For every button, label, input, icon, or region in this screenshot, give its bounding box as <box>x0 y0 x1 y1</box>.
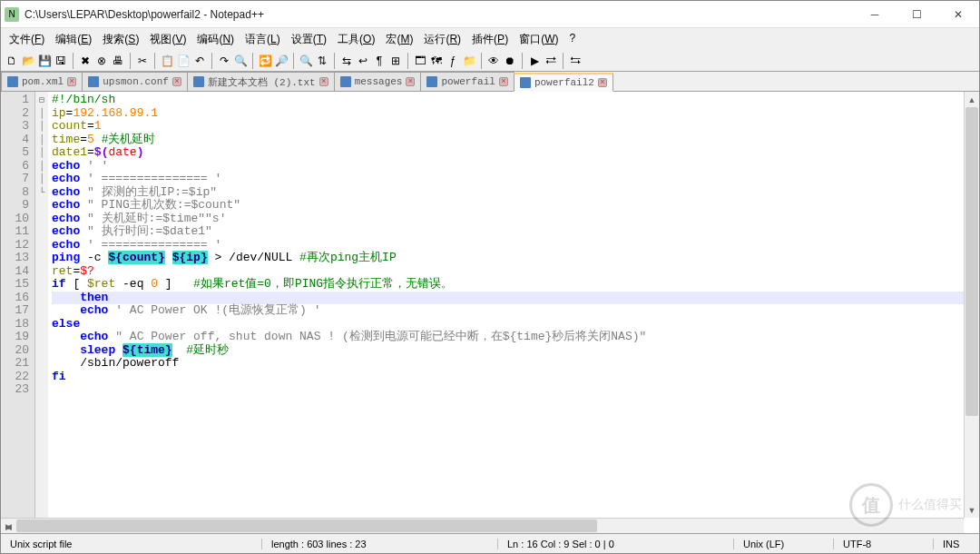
close-button[interactable]: ✕ <box>937 1 979 28</box>
undo-button[interactable]: ↶ <box>192 54 207 68</box>
menu-item[interactable]: 视图(V) <box>145 30 191 49</box>
folder-button[interactable]: 📁 <box>462 54 476 68</box>
scroll-thumb-vertical[interactable] <box>965 107 978 416</box>
tab-label: powerfail2 <box>534 77 594 88</box>
menu-item[interactable]: 工具(O) <box>333 30 379 49</box>
menu-item[interactable]: 插件(P) <box>467 30 513 49</box>
tab[interactable]: powerfail× <box>420 72 514 91</box>
zoom-in-button[interactable]: 🔎 <box>274 54 289 68</box>
save-button[interactable]: 💾 <box>37 54 52 68</box>
doc-map-button[interactable]: 🗺 <box>429 54 444 68</box>
tab-close-icon[interactable]: × <box>598 78 607 87</box>
scroll-down-icon[interactable]: ▼ <box>965 502 979 518</box>
tab[interactable]: upsmon.conf× <box>82 72 188 91</box>
menu-item[interactable]: 运行(R) <box>419 30 466 49</box>
menu-item[interactable]: 编辑(E) <box>51 30 96 49</box>
file-icon <box>520 77 531 88</box>
tab-close-icon[interactable]: × <box>67 77 76 86</box>
file-icon <box>7 76 18 87</box>
file-icon <box>426 76 437 87</box>
menu-item[interactable]: 文件(F) <box>5 30 49 49</box>
menu-bar: 文件(F)编辑(E)搜索(S)视图(V)编码(N)语言(L)设置(T)工具(O)… <box>1 28 979 51</box>
lang-button[interactable]: 🗔 <box>413 54 427 68</box>
title-bar: N C:\Users\LEPAR\Desktop\powerfail2 - No… <box>1 1 979 28</box>
record-button[interactable]: ⏺ <box>503 54 517 68</box>
open-button[interactable]: 📂 <box>21 54 35 68</box>
code-editor[interactable]: #!/bin/ship=192.168.99.1count=1time=5 #关… <box>48 92 979 518</box>
menu-item[interactable]: 编码(N) <box>192 30 239 49</box>
file-icon <box>340 76 351 87</box>
status-position: Ln : 16 Col : 9 Sel : 0 | 0 <box>498 539 734 549</box>
find-button[interactable]: 🔍 <box>233 54 248 68</box>
menu-item[interactable]: 搜索(S) <box>98 30 143 49</box>
zoom-out-button[interactable]: 🔍 <box>299 54 313 68</box>
scroll-right-icon[interactable]: ▶ <box>1 519 16 534</box>
tab[interactable]: powerfail2× <box>514 73 613 92</box>
tab[interactable]: pom.xml× <box>1 72 83 91</box>
file-icon <box>193 76 204 87</box>
status-lang: Unix script file <box>1 539 262 549</box>
tab-label: pom.xml <box>22 76 64 87</box>
menu-item[interactable]: 设置(T) <box>287 30 331 49</box>
scroll-up-icon[interactable]: ▲ <box>965 92 979 107</box>
replace-button[interactable]: 🔁 <box>258 54 272 68</box>
tab-close-icon[interactable]: × <box>406 77 415 86</box>
maximize-button[interactable]: ☐ <box>896 1 937 28</box>
tab-close-icon[interactable]: × <box>172 77 181 86</box>
sync-v-button[interactable]: ⇅ <box>315 54 329 68</box>
separator <box>130 53 131 69</box>
separator <box>293 53 294 69</box>
separator <box>334 53 335 69</box>
minimize-button[interactable]: ─ <box>854 1 896 28</box>
window-title: C:\Users\LEPAR\Desktop\powerfail2 - Note… <box>24 8 854 21</box>
editor-area: 1234567891011121314151617181920212223 ⊟│… <box>1 92 979 518</box>
scroll-thumb-horizontal[interactable] <box>16 519 597 532</box>
redo-button[interactable]: ↷ <box>217 54 231 68</box>
separator <box>407 53 408 69</box>
separator <box>154 53 155 69</box>
play-button[interactable]: ▶ <box>527 54 542 68</box>
cut-button[interactable]: ✂ <box>135 54 150 68</box>
sync-h-button[interactable]: ⇆ <box>339 54 354 68</box>
tab-close-icon[interactable]: × <box>499 77 508 86</box>
fold-column[interactable]: ⊟││││││└ <box>35 92 48 518</box>
menu-item[interactable]: 语言(L) <box>240 30 285 49</box>
menu-item[interactable]: ? <box>564 30 580 49</box>
indent-guide-button[interactable]: ⊞ <box>388 54 403 68</box>
file-icon <box>88 76 99 87</box>
status-eol[interactable]: Unix (LF) <box>734 539 834 549</box>
tab[interactable]: 新建文本文档 (2).txt× <box>187 72 335 91</box>
print-button[interactable]: 🖶 <box>111 54 125 68</box>
func-list-button[interactable]: ƒ <box>446 54 460 68</box>
separator <box>73 53 74 69</box>
monitor-button[interactable]: 👁 <box>486 54 501 68</box>
status-insert-mode[interactable]: INS <box>934 539 979 549</box>
horizontal-scrollbar[interactable]: ◀ ▶ <box>1 518 964 533</box>
menu-item[interactable]: 窗口(W) <box>514 30 563 49</box>
tab-label: messages <box>355 76 403 87</box>
new-button[interactable]: 🗋 <box>5 54 19 68</box>
app-icon: N <box>5 7 19 22</box>
close-button[interactable]: ✖ <box>78 54 93 68</box>
ltr-button[interactable]: ⮀ <box>568 54 583 68</box>
copy-button[interactable]: 📋 <box>160 54 174 68</box>
rtl-button[interactable]: ⮂ <box>544 54 558 68</box>
tab[interactable]: messages× <box>334 72 422 91</box>
show-all-button[interactable]: ¶ <box>372 54 387 68</box>
tab-label: powerfail <box>441 76 495 87</box>
tab-label: upsmon.conf <box>103 76 169 87</box>
wrap-button[interactable]: ↩ <box>356 54 370 68</box>
status-encoding[interactable]: UTF-8 <box>834 539 934 549</box>
save-all-button[interactable]: 🖫 <box>54 54 68 68</box>
tab-bar: pom.xml×upsmon.conf×新建文本文档 (2).txt×messa… <box>1 72 979 92</box>
status-bar: Unix script file length : 603 lines : 23… <box>1 533 979 553</box>
separator <box>211 53 212 69</box>
status-length: length : 603 lines : 23 <box>262 539 498 549</box>
paste-button[interactable]: 📄 <box>176 54 191 68</box>
tab-close-icon[interactable]: × <box>319 77 328 86</box>
separator <box>252 53 253 69</box>
vertical-scrollbar[interactable]: ▲ ▼ <box>964 92 979 518</box>
close-all-button[interactable]: ⊗ <box>94 54 109 68</box>
watermark: 值 什么值得买 <box>849 483 962 527</box>
menu-item[interactable]: 宏(M) <box>381 30 417 49</box>
